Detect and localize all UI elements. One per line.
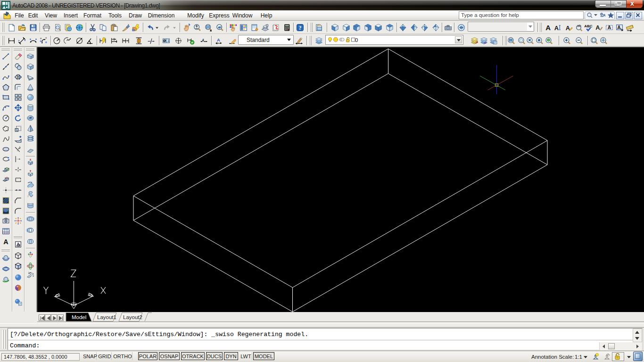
svg-text:A: A [554, 25, 559, 32]
svg-text:1: 1 [28, 272, 30, 274]
svg-text:A: A [595, 24, 600, 31]
svg-text:A: A [3, 238, 8, 246]
svg-text:o: o [40, 37, 41, 40]
svg-text:A: A [608, 25, 611, 30]
svg-text:Layout1: Layout1 [97, 314, 116, 320]
svg-text:A: A [545, 24, 551, 32]
svg-text:I: I [139, 39, 140, 42]
svg-text:2: 2 [33, 275, 34, 277]
svg-text:ABC: ABC [584, 24, 592, 28]
svg-text:A: A [617, 25, 621, 30]
svg-text:.1: .1 [166, 39, 169, 42]
svg-text:?: ? [298, 25, 301, 31]
svg-text:x: x [45, 36, 47, 39]
svg-text:A: A [217, 37, 220, 42]
svg-text:Layout2: Layout2 [123, 314, 142, 320]
svg-text:Model: Model [72, 314, 86, 320]
